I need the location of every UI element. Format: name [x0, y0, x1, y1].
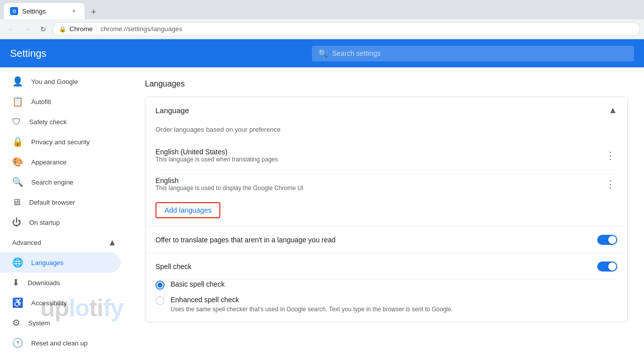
sidebar-item-downloads[interactable]: ⬇ Downloads [0, 273, 121, 293]
sidebar-item-you-and-google[interactable]: 👤 You and Google [0, 71, 121, 92]
sidebar-label-you-and-google: You and Google [31, 78, 78, 85]
accessibility-icon: ♿ [12, 297, 23, 308]
browser-chrome: ⚙ Settings × + ← → ↻ 🔒 Chrome | chrome:/… [0, 0, 644, 39]
spell-check-options: Basic spell check Enhanced spell check U… [155, 280, 617, 322]
sidebar-item-on-startup[interactable]: ⏻ On startup [0, 212, 121, 232]
forward-button[interactable]: → [20, 22, 34, 36]
settings-app: Settings 🔍 Search settings 👤 You and Goo… [0, 39, 644, 352]
translate-toggle-row: Offer to translate pages that aren't in … [155, 227, 617, 253]
basic-spell-check-item[interactable]: Basic spell check [155, 280, 617, 290]
tab-favicon: ⚙ [10, 7, 18, 15]
address-bar-row: ← → ↻ 🔒 Chrome | chrome://settings/langu… [0, 19, 644, 39]
language-name-0: English (United States) [155, 148, 278, 156]
tab-close-button[interactable]: × [69, 7, 78, 16]
translate-toggle[interactable] [597, 235, 617, 245]
advanced-section-header[interactable]: Advanced ▲ [0, 232, 129, 252]
sidebar-item-search-engine[interactable]: 🔍 Search engine [0, 172, 121, 192]
main-content: Languages Language ▲ Order languages bas… [129, 67, 644, 352]
tab-bar: ⚙ Settings × + [0, 0, 644, 19]
search-icon: 🔍 [318, 49, 328, 58]
spell-check-toggle-row: Spell check [155, 253, 617, 280]
language-sub-1: This language is used to display the Goo… [155, 185, 303, 192]
language-item-1: English This language is used to display… [155, 170, 617, 198]
enhanced-spell-check-label: Enhanced spell check [171, 296, 453, 304]
sidebar-label-autofill: Autofill [31, 98, 51, 106]
download-icon: ⬇ [12, 277, 20, 288]
address-bar[interactable]: 🔒 Chrome | chrome://settings/languages [52, 22, 640, 36]
translate-toggle-label: Offer to translate pages that aren't in … [155, 236, 336, 244]
sidebar: 👤 You and Google 📋 Autofill 🛡 Safety che… [0, 67, 129, 352]
sidebar-label-search-engine: Search engine [31, 179, 73, 186]
language-card-header[interactable]: Language ▲ [145, 97, 627, 124]
tab-title: Settings [22, 8, 65, 15]
back-button[interactable]: ← [4, 22, 18, 36]
globe-icon: 🌐 [12, 257, 23, 268]
search-placeholder: Search settings [332, 49, 381, 57]
advanced-label: Advanced [12, 239, 41, 246]
language-description: Order languages based on your preference [155, 124, 617, 133]
add-languages-button[interactable]: Add languages [155, 202, 220, 218]
sidebar-label-on-startup: On startup [29, 219, 60, 226]
person-icon: 👤 [12, 76, 23, 87]
sidebar-label-system: System [28, 319, 50, 327]
spell-check-label: Spell check [155, 262, 192, 271]
sidebar-item-languages[interactable]: 🌐 Languages [0, 252, 121, 273]
address-url: chrome://settings/languages [101, 25, 183, 33]
sidebar-item-safety-check[interactable]: 🛡 Safety check [0, 112, 121, 132]
language-info-0: English (United States) This language is… [155, 148, 278, 163]
sidebar-label-accessibility: Accessibility [31, 299, 67, 307]
refresh-button[interactable]: ↻ [36, 22, 50, 36]
lock-icon: 🔒 [59, 26, 66, 33]
sidebar-item-autofill[interactable]: 📋 Autofill [0, 92, 121, 112]
search-box[interactable]: 🔍 Search settings [312, 46, 634, 61]
language-sub-0: This language is used when translating p… [155, 156, 278, 163]
enhanced-spell-check-sub: Uses the same spell checker that's used … [171, 305, 453, 314]
basic-spell-check-label: Basic spell check [171, 280, 224, 288]
sidebar-label-downloads: Downloads [28, 279, 60, 287]
system-icon: ⚙ [12, 317, 20, 328]
address-origin: Chrome [69, 25, 93, 33]
language-menu-btn-0[interactable]: ⋮ [603, 147, 617, 163]
chevron-up-icon: ▲ [608, 105, 617, 116]
basic-spell-check-radio[interactable] [155, 281, 165, 290]
language-menu-btn-1[interactable]: ⋮ [603, 176, 617, 192]
sidebar-label-reset-clean: Reset and clean up [31, 339, 88, 347]
sidebar-item-reset-clean[interactable]: 🕐 Reset and clean up [0, 333, 121, 352]
address-separator: | [96, 25, 97, 33]
sidebar-label-appearance: Appearance [31, 158, 66, 166]
sidebar-item-appearance[interactable]: 🎨 Appearance [0, 152, 121, 172]
sidebar-label-default-browser: Default browser [29, 199, 75, 206]
sidebar-item-system[interactable]: ⚙ System [0, 313, 121, 333]
autofill-icon: 📋 [12, 96, 23, 107]
sidebar-label-safety-check: Safety check [29, 118, 66, 126]
new-tab-button[interactable]: + [87, 5, 101, 19]
language-card-title: Language [155, 106, 189, 115]
sidebar-item-accessibility[interactable]: ♿ Accessibility [0, 293, 121, 313]
sidebar-label-languages: Languages [31, 259, 63, 267]
enhanced-spell-check-text: Enhanced spell check Uses the same spell… [171, 296, 453, 314]
lock-icon: 🔒 [12, 136, 23, 147]
settings-body: 👤 You and Google 📋 Autofill 🛡 Safety che… [0, 67, 644, 352]
section-title: Languages [145, 79, 628, 89]
spell-check-toggle[interactable] [597, 261, 617, 272]
language-info-1: English This language is used to display… [155, 177, 303, 192]
settings-tab[interactable]: ⚙ Settings × [4, 3, 85, 19]
search-engine-icon: 🔍 [12, 177, 23, 188]
power-icon: ⏻ [12, 217, 21, 228]
shield-icon: 🛡 [12, 117, 21, 127]
settings-title: Settings [10, 48, 46, 59]
language-name-1: English [155, 177, 303, 185]
enhanced-spell-check-radio[interactable] [155, 296, 165, 305]
language-item-0: English (United States) This language is… [155, 141, 617, 170]
language-card: Language ▲ Order languages based on your… [145, 97, 628, 322]
basic-spell-check-text: Basic spell check [171, 280, 224, 288]
chevron-up-icon: ▲ [108, 237, 117, 248]
sidebar-item-default-browser[interactable]: 🖥 Default browser [0, 192, 121, 212]
sidebar-label-privacy-security: Privacy and security [31, 138, 90, 146]
sidebar-item-privacy-security[interactable]: 🔒 Privacy and security [0, 132, 121, 152]
reset-icon: 🕐 [12, 337, 23, 348]
language-card-body: Order languages based on your preference… [145, 124, 627, 226]
enhanced-spell-check-item[interactable]: Enhanced spell check Uses the same spell… [155, 296, 617, 314]
browser-icon: 🖥 [12, 197, 21, 208]
paint-icon: 🎨 [12, 156, 23, 167]
